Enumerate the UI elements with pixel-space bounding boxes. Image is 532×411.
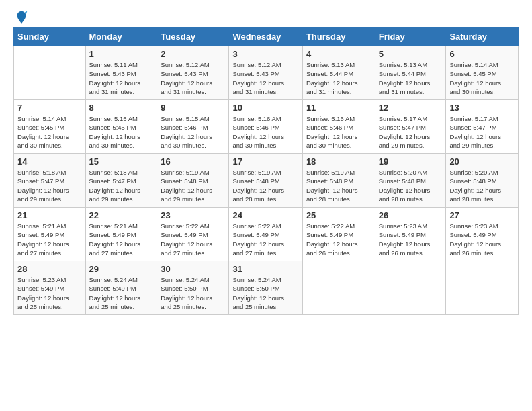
day-cell: 25 Sunrise: 5:22 AM Sunset: 5:49 PM Dayl… bbox=[302, 208, 375, 261]
day-info: Sunrise: 5:21 AM Sunset: 5:49 PM Dayligh… bbox=[17, 222, 82, 257]
day-info: Sunrise: 5:18 AM Sunset: 5:47 PM Dayligh… bbox=[89, 168, 154, 203]
day-info: Sunrise: 5:19 AM Sunset: 5:48 PM Dayligh… bbox=[232, 168, 298, 203]
day-info: Sunrise: 5:14 AM Sunset: 5:45 PM Dayligh… bbox=[17, 114, 82, 150]
day-cell: 12 Sunrise: 5:17 AM Sunset: 5:47 PM Dayl… bbox=[375, 100, 446, 154]
day-number: 17 bbox=[232, 156, 298, 167]
day-number: 31 bbox=[232, 264, 298, 274]
day-number: 3 bbox=[232, 49, 298, 59]
day-number: 13 bbox=[449, 103, 515, 113]
day-cell: 14 Sunrise: 5:18 AM Sunset: 5:47 PM Dayl… bbox=[14, 154, 86, 208]
day-cell: 26 Sunrise: 5:23 AM Sunset: 5:49 PM Dayl… bbox=[375, 208, 446, 261]
day-info: Sunrise: 5:12 AM Sunset: 5:43 PM Dayligh… bbox=[232, 60, 298, 96]
day-cell bbox=[14, 46, 86, 100]
day-number: 11 bbox=[306, 103, 371, 113]
day-cell: 24 Sunrise: 5:22 AM Sunset: 5:49 PM Dayl… bbox=[229, 208, 302, 261]
day-info: Sunrise: 5:19 AM Sunset: 5:48 PM Dayligh… bbox=[306, 168, 371, 203]
day-cell: 2 Sunrise: 5:12 AM Sunset: 5:43 PM Dayli… bbox=[157, 46, 229, 100]
week-row-1: 1 Sunrise: 5:11 AM Sunset: 5:43 PM Dayli… bbox=[14, 46, 519, 100]
day-cell: 7 Sunrise: 5:14 AM Sunset: 5:45 PM Dayli… bbox=[14, 100, 86, 154]
column-header-friday: Friday bbox=[375, 28, 446, 46]
week-row-3: 14 Sunrise: 5:18 AM Sunset: 5:47 PM Dayl… bbox=[14, 154, 519, 208]
day-info: Sunrise: 5:20 AM Sunset: 5:48 PM Dayligh… bbox=[379, 168, 443, 203]
day-number: 15 bbox=[89, 156, 154, 167]
column-header-saturday: Saturday bbox=[446, 28, 519, 46]
day-cell: 22 Sunrise: 5:21 AM Sunset: 5:49 PM Dayl… bbox=[85, 208, 157, 261]
day-info: Sunrise: 5:11 AM Sunset: 5:43 PM Dayligh… bbox=[89, 60, 154, 96]
day-cell: 30 Sunrise: 5:24 AM Sunset: 5:50 PM Dayl… bbox=[157, 261, 229, 315]
day-info: Sunrise: 5:14 AM Sunset: 5:45 PM Dayligh… bbox=[449, 60, 515, 96]
week-row-4: 21 Sunrise: 5:21 AM Sunset: 5:49 PM Dayl… bbox=[14, 208, 519, 261]
day-info: Sunrise: 5:24 AM Sunset: 5:50 PM Dayligh… bbox=[232, 275, 298, 311]
day-cell: 23 Sunrise: 5:22 AM Sunset: 5:49 PM Dayl… bbox=[157, 208, 229, 261]
day-cell: 4 Sunrise: 5:13 AM Sunset: 5:44 PM Dayli… bbox=[302, 46, 375, 100]
day-cell: 20 Sunrise: 5:20 AM Sunset: 5:48 PM Dayl… bbox=[446, 154, 519, 208]
day-info: Sunrise: 5:22 AM Sunset: 5:49 PM Dayligh… bbox=[161, 222, 225, 257]
day-info: Sunrise: 5:17 AM Sunset: 5:47 PM Dayligh… bbox=[449, 114, 515, 150]
day-info: Sunrise: 5:24 AM Sunset: 5:50 PM Dayligh… bbox=[161, 275, 225, 311]
day-cell: 27 Sunrise: 5:23 AM Sunset: 5:49 PM Dayl… bbox=[446, 208, 519, 261]
day-cell: 16 Sunrise: 5:19 AM Sunset: 5:48 PM Dayl… bbox=[157, 154, 229, 208]
page-container: SundayMondayTuesdayWednesdayThursdayFrid… bbox=[0, 0, 532, 322]
day-number: 4 bbox=[306, 49, 371, 59]
day-number: 19 bbox=[379, 156, 443, 167]
day-cell: 3 Sunrise: 5:12 AM Sunset: 5:43 PM Dayli… bbox=[229, 46, 302, 100]
day-cell: 8 Sunrise: 5:15 AM Sunset: 5:45 PM Dayli… bbox=[85, 100, 157, 154]
day-number: 18 bbox=[306, 156, 371, 167]
day-cell: 10 Sunrise: 5:16 AM Sunset: 5:46 PM Dayl… bbox=[229, 100, 302, 154]
day-cell bbox=[446, 261, 519, 315]
day-number: 14 bbox=[17, 156, 82, 167]
header-row: SundayMondayTuesdayWednesdayThursdayFrid… bbox=[14, 28, 519, 46]
day-number: 20 bbox=[449, 156, 515, 167]
day-number: 25 bbox=[306, 210, 371, 220]
day-info: Sunrise: 5:12 AM Sunset: 5:43 PM Dayligh… bbox=[161, 60, 225, 96]
calendar-table: SundayMondayTuesdayWednesdayThursdayFrid… bbox=[13, 27, 519, 315]
day-number: 21 bbox=[17, 210, 82, 220]
day-number: 26 bbox=[379, 210, 443, 220]
day-number: 9 bbox=[161, 103, 225, 113]
week-row-5: 28 Sunrise: 5:23 AM Sunset: 5:49 PM Dayl… bbox=[14, 261, 519, 315]
day-info: Sunrise: 5:21 AM Sunset: 5:49 PM Dayligh… bbox=[89, 222, 154, 257]
day-info: Sunrise: 5:18 AM Sunset: 5:47 PM Dayligh… bbox=[17, 168, 82, 203]
day-cell: 6 Sunrise: 5:14 AM Sunset: 5:45 PM Dayli… bbox=[446, 46, 519, 100]
day-number: 5 bbox=[379, 49, 443, 59]
week-row-2: 7 Sunrise: 5:14 AM Sunset: 5:45 PM Dayli… bbox=[14, 100, 519, 154]
day-info: Sunrise: 5:19 AM Sunset: 5:48 PM Dayligh… bbox=[161, 168, 225, 203]
day-cell: 5 Sunrise: 5:13 AM Sunset: 5:44 PM Dayli… bbox=[375, 46, 446, 100]
column-header-sunday: Sunday bbox=[14, 28, 86, 46]
column-header-tuesday: Tuesday bbox=[157, 28, 229, 46]
day-info: Sunrise: 5:16 AM Sunset: 5:46 PM Dayligh… bbox=[306, 114, 371, 150]
day-info: Sunrise: 5:20 AM Sunset: 5:48 PM Dayligh… bbox=[449, 168, 515, 203]
day-info: Sunrise: 5:23 AM Sunset: 5:49 PM Dayligh… bbox=[379, 222, 443, 257]
day-cell: 13 Sunrise: 5:17 AM Sunset: 5:47 PM Dayl… bbox=[446, 100, 519, 154]
column-header-wednesday: Wednesday bbox=[229, 28, 302, 46]
day-info: Sunrise: 5:23 AM Sunset: 5:49 PM Dayligh… bbox=[17, 275, 82, 311]
day-number: 22 bbox=[89, 210, 154, 220]
day-info: Sunrise: 5:13 AM Sunset: 5:44 PM Dayligh… bbox=[306, 60, 371, 96]
day-number: 6 bbox=[449, 49, 515, 59]
day-number: 24 bbox=[232, 210, 298, 220]
day-cell: 31 Sunrise: 5:24 AM Sunset: 5:50 PM Dayl… bbox=[229, 261, 302, 315]
day-number: 29 bbox=[89, 264, 154, 274]
day-number: 2 bbox=[161, 49, 225, 59]
day-number: 28 bbox=[17, 264, 82, 274]
header bbox=[13, 10, 519, 20]
day-number: 12 bbox=[379, 103, 443, 113]
day-number: 7 bbox=[17, 103, 82, 113]
logo-icon bbox=[15, 10, 28, 24]
day-info: Sunrise: 5:15 AM Sunset: 5:45 PM Dayligh… bbox=[89, 114, 154, 150]
logo bbox=[13, 10, 28, 20]
day-number: 1 bbox=[89, 49, 154, 59]
day-info: Sunrise: 5:22 AM Sunset: 5:49 PM Dayligh… bbox=[306, 222, 371, 257]
day-info: Sunrise: 5:24 AM Sunset: 5:49 PM Dayligh… bbox=[89, 275, 154, 311]
day-number: 16 bbox=[161, 156, 225, 167]
day-cell bbox=[375, 261, 446, 315]
day-cell bbox=[302, 261, 375, 315]
day-number: 27 bbox=[449, 210, 515, 220]
day-info: Sunrise: 5:23 AM Sunset: 5:49 PM Dayligh… bbox=[449, 222, 515, 257]
day-info: Sunrise: 5:16 AM Sunset: 5:46 PM Dayligh… bbox=[232, 114, 298, 150]
day-cell: 15 Sunrise: 5:18 AM Sunset: 5:47 PM Dayl… bbox=[85, 154, 157, 208]
column-header-thursday: Thursday bbox=[302, 28, 375, 46]
day-cell: 28 Sunrise: 5:23 AM Sunset: 5:49 PM Dayl… bbox=[14, 261, 86, 315]
day-cell: 9 Sunrise: 5:15 AM Sunset: 5:46 PM Dayli… bbox=[157, 100, 229, 154]
day-cell: 18 Sunrise: 5:19 AM Sunset: 5:48 PM Dayl… bbox=[302, 154, 375, 208]
